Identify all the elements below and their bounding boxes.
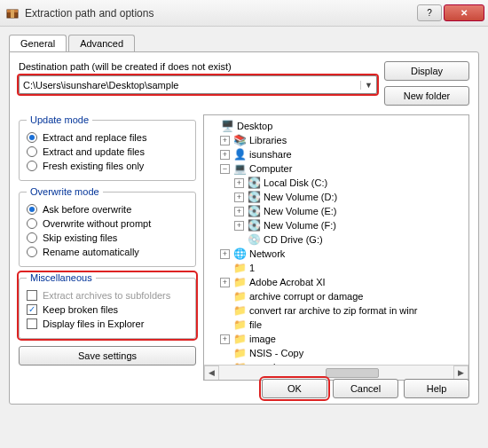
radio-icon bbox=[27, 146, 37, 157]
network-icon: 🌐 bbox=[233, 248, 246, 260]
folder-icon: 📁 bbox=[233, 304, 246, 317]
cancel-button[interactable]: Cancel bbox=[333, 379, 398, 398]
misc-opt-explorer[interactable]: Display files in Explorer bbox=[27, 317, 188, 331]
scroll-left-icon[interactable]: ◀ bbox=[204, 365, 219, 381]
update-opt-replace[interactable]: Extract and replace files bbox=[27, 130, 188, 145]
radio-icon bbox=[27, 204, 37, 215]
collapse-icon[interactable]: − bbox=[220, 164, 230, 174]
update-mode-legend: Update mode bbox=[27, 114, 92, 125]
radio-icon bbox=[27, 161, 37, 171]
overwrite-opt-skip[interactable]: Skip existing files bbox=[27, 231, 188, 245]
tree-row: 🖥️Desktop bbox=[206, 119, 467, 133]
radio-icon bbox=[27, 218, 37, 229]
expand-icon[interactable]: + bbox=[220, 150, 230, 160]
radio-icon bbox=[27, 247, 37, 257]
misc-opt-subfolders: Extract archives to subfolders bbox=[27, 288, 188, 303]
tree-row: +💽Local Disk (C:) bbox=[206, 176, 467, 190]
folder-icon: 📁 bbox=[233, 276, 246, 288]
libraries-icon: 📚 bbox=[233, 134, 246, 146]
help-button[interactable]: Help bbox=[404, 379, 469, 398]
expand-icon[interactable]: + bbox=[234, 207, 244, 216]
folder-icon: 📁 bbox=[233, 262, 246, 274]
tree-row: 📁1 bbox=[206, 261, 467, 275]
tree-row: +💽New Volume (F:) bbox=[206, 218, 467, 232]
horizontal-scrollbar[interactable]: ◀ ▶ bbox=[204, 365, 468, 380]
destination-combo[interactable]: ▼ bbox=[19, 75, 377, 94]
overwrite-opt-noprompt[interactable]: Overwrite without prompt bbox=[27, 216, 188, 231]
chevron-down-icon[interactable]: ▼ bbox=[360, 81, 376, 90]
tree-row: +💽New Volume (E:) bbox=[206, 204, 467, 218]
checkbox-icon bbox=[27, 318, 37, 329]
update-opt-update[interactable]: Extract and update files bbox=[27, 145, 188, 159]
window-title: Extraction path and options bbox=[25, 7, 417, 20]
overwrite-mode-legend: Overwrite mode bbox=[27, 186, 103, 197]
titlebar: Extraction path and options ? ✕ bbox=[0, 0, 488, 27]
folder-tree-panel: 🖥️Desktop +📚Libraries +👤isunshare −💻Comp… bbox=[203, 114, 469, 381]
tree-row: +🌐Network bbox=[206, 247, 467, 261]
desktop-icon: 🖥️ bbox=[221, 120, 233, 132]
tree-row: +👤isunshare bbox=[206, 147, 467, 161]
misc-legend: Miscellaneous bbox=[27, 272, 96, 283]
tree-row: +📁Adobe Acrobat XI bbox=[206, 275, 467, 289]
folder-icon: 📁 bbox=[233, 290, 246, 303]
computer-icon: 💻 bbox=[233, 162, 246, 175]
drive-icon: 💽 bbox=[248, 177, 260, 189]
options-column: Update mode Extract and replace files Ex… bbox=[19, 114, 196, 381]
destination-label: Destination path (will be created if doe… bbox=[19, 61, 377, 72]
expand-icon[interactable]: + bbox=[234, 221, 244, 231]
radio-icon bbox=[27, 232, 37, 243]
expand-icon[interactable]: + bbox=[220, 278, 230, 287]
tree-row: 📁archive corrupt or damage bbox=[206, 289, 467, 303]
close-button[interactable]: ✕ bbox=[444, 4, 484, 21]
expand-icon[interactable]: + bbox=[220, 334, 230, 344]
update-opt-fresh[interactable]: Fresh existing files only bbox=[27, 159, 188, 173]
expand-icon[interactable]: + bbox=[234, 193, 244, 202]
destination-input[interactable] bbox=[20, 78, 360, 92]
tree-row: +📁image bbox=[206, 332, 467, 346]
checkbox-icon bbox=[27, 304, 37, 315]
cd-icon: 💿 bbox=[248, 233, 260, 246]
new-folder-button[interactable]: New folder bbox=[384, 86, 469, 106]
tree-row: 📁NSIS - Copy bbox=[206, 346, 467, 360]
save-settings-button[interactable]: Save settings bbox=[19, 346, 196, 365]
tree-row: +💽New Volume (D:) bbox=[206, 190, 467, 204]
help-titlebar-button[interactable]: ? bbox=[417, 4, 442, 21]
drive-icon: 💽 bbox=[248, 219, 260, 232]
drive-icon: 💽 bbox=[248, 191, 260, 203]
radio-icon bbox=[27, 132, 37, 143]
tab-panel: Destination path (will be created if doe… bbox=[9, 51, 479, 405]
misc-opt-broken[interactable]: Keep broken files bbox=[27, 303, 188, 317]
display-button[interactable]: Display bbox=[384, 61, 469, 81]
folder-icon: 📁 bbox=[233, 347, 246, 359]
expand-icon[interactable]: + bbox=[220, 249, 230, 259]
tab-general[interactable]: General bbox=[9, 35, 67, 52]
expand-icon[interactable]: + bbox=[220, 136, 230, 145]
winrar-icon bbox=[5, 6, 20, 20]
misc-group: Miscellaneous Extract archives to subfol… bbox=[19, 272, 196, 339]
dialog-buttons: OK Cancel Help bbox=[262, 379, 469, 398]
expand-icon[interactable]: + bbox=[234, 178, 244, 188]
overwrite-mode-group: Overwrite mode Ask before overwrite Over… bbox=[19, 186, 196, 267]
tree-row: +📚Libraries bbox=[206, 133, 467, 147]
folder-icon: 📁 bbox=[233, 333, 246, 345]
ok-button[interactable]: OK bbox=[262, 379, 327, 398]
tab-advanced[interactable]: Advanced bbox=[68, 35, 135, 52]
scroll-thumb[interactable] bbox=[326, 368, 379, 378]
svg-rect-2 bbox=[11, 10, 14, 18]
tab-strip: General Advanced bbox=[9, 35, 479, 52]
scroll-right-icon[interactable]: ▶ bbox=[453, 365, 468, 381]
overwrite-opt-rename[interactable]: Rename automatically bbox=[27, 245, 188, 259]
folder-icon: 📁 bbox=[233, 318, 246, 331]
tree-row: 💿CD Drive (G:) bbox=[206, 232, 467, 247]
tree-row: 📁file bbox=[206, 318, 467, 332]
tree-row: −💻Computer bbox=[206, 161, 467, 176]
checkbox-icon bbox=[27, 290, 37, 301]
user-icon: 👤 bbox=[233, 148, 246, 161]
drive-icon: 💽 bbox=[248, 205, 260, 217]
folder-tree[interactable]: 🖥️Desktop +📚Libraries +👤isunshare −💻Comp… bbox=[204, 115, 468, 365]
overwrite-opt-ask[interactable]: Ask before overwrite bbox=[27, 202, 188, 216]
tree-row: 📁convert rar archive to zip format in wi… bbox=[206, 303, 467, 318]
update-mode-group: Update mode Extract and replace files Ex… bbox=[19, 114, 196, 181]
